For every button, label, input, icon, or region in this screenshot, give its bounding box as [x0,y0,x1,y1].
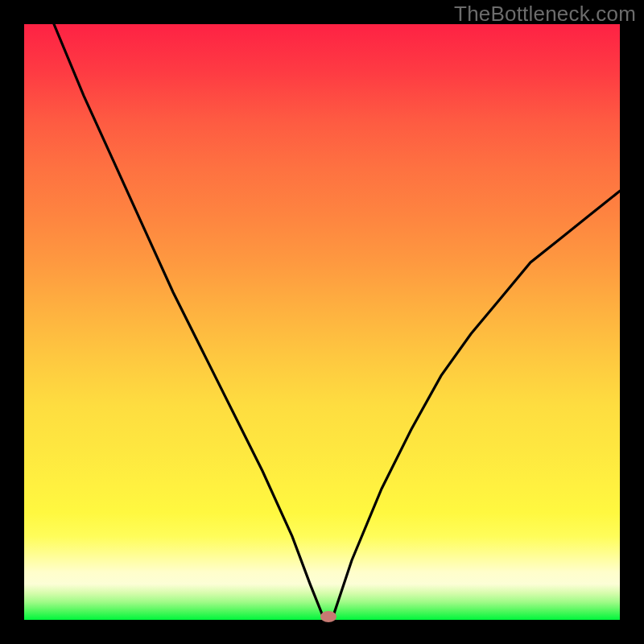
curve-layer [24,24,620,620]
watermark-text: TheBottleneck.com [454,2,636,27]
minimum-marker [320,611,336,622]
bottleneck-curve [54,24,620,620]
chart-frame: TheBottleneck.com [0,0,644,644]
